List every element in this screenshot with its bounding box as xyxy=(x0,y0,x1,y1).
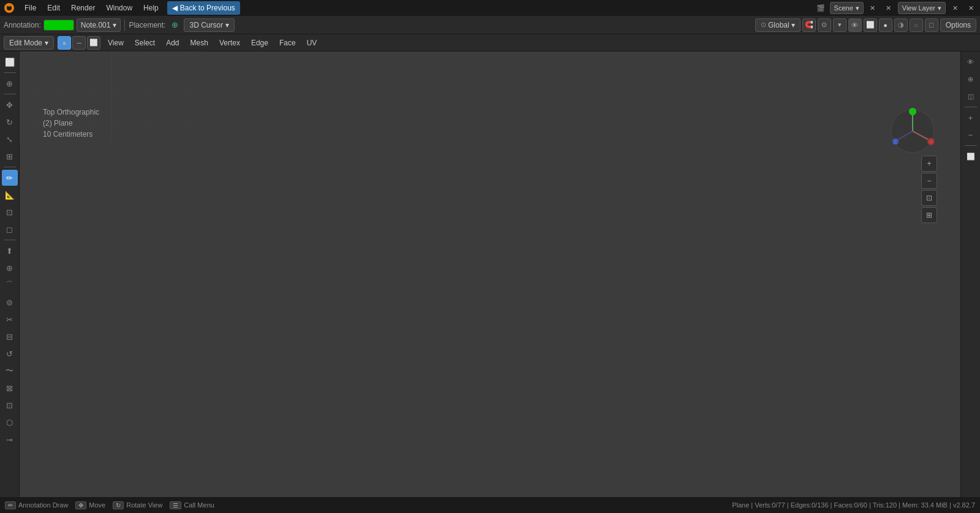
select-box-tool[interactable]: ⬜ xyxy=(2,54,18,70)
scale-tool[interactable]: ⤡ xyxy=(2,131,18,147)
svg-point-107 xyxy=(910,108,916,115)
menu-render[interactable]: Render xyxy=(66,1,100,15)
annotate-key: ✏ xyxy=(5,501,16,509)
viewport[interactable]: Top Orthographic (2) Plane 10 Centimeter… xyxy=(20,51,960,497)
tool-sep-1 xyxy=(4,72,16,73)
menu-uv[interactable]: UV xyxy=(303,36,321,50)
back-arrow-icon: ◀ xyxy=(172,4,178,12)
scene-selector[interactable]: Scene ▾ xyxy=(830,2,864,14)
move-label: Move xyxy=(89,501,105,509)
gizmo[interactable]: Y X Z xyxy=(888,107,937,156)
edge-slide-tool[interactable]: ⊠ xyxy=(2,380,18,396)
menu-mesh[interactable]: Mesh xyxy=(187,36,212,50)
menu-face[interactable]: Face xyxy=(276,36,300,50)
mesh-display-modes: ● ─ ⬜ xyxy=(58,36,100,50)
menu-help[interactable]: Help xyxy=(138,1,164,15)
move-tool[interactable]: ✥ xyxy=(2,97,18,113)
rotate-label: Rotate View xyxy=(126,501,162,509)
shading-rendered-btn[interactable]: ○ xyxy=(910,18,923,32)
scene-label: Scene xyxy=(834,4,853,12)
annotate-line-tool[interactable]: 📐 xyxy=(2,187,18,203)
sidebar-toggle-btn[interactable]: ◫ xyxy=(963,88,979,104)
annotate-erase-tool[interactable]: ◻ xyxy=(2,221,18,237)
scene-collections-btn[interactable]: ⬜ xyxy=(963,148,979,164)
zoom-in-btn[interactable]: + xyxy=(921,156,937,172)
view-layer-add-icon[interactable]: ✕ xyxy=(948,1,962,15)
cursor-tool[interactable]: ⊕ xyxy=(2,75,18,91)
callmenu-label: Call Menu xyxy=(184,501,214,509)
scene-icon: 🎬 xyxy=(814,1,827,15)
edit-mode-selector[interactable]: Edit Mode ▾ xyxy=(4,36,54,50)
shading-material-btn[interactable]: ◑ xyxy=(894,18,908,32)
status-info: Plane | Verts:0/77 | Edges:0/136 | Faces… xyxy=(732,501,975,509)
scene-add-icon[interactable]: ✕ xyxy=(866,1,880,15)
loopcut-tool[interactable]: ⊜ xyxy=(2,294,18,310)
face-select-btn[interactable]: ⬜ xyxy=(87,36,100,50)
edge-select-btn[interactable]: ─ xyxy=(72,36,86,50)
annotation-note-selector[interactable]: Note.001 ▾ xyxy=(77,18,121,32)
toggle-perspective-btn[interactable]: ⊞ xyxy=(921,207,937,223)
annotation-color-swatch[interactable] xyxy=(43,20,74,31)
transform-origin-label: Global xyxy=(768,21,790,29)
menu-view[interactable]: View xyxy=(104,36,127,50)
rip-region-tool[interactable]: ⊸ xyxy=(2,431,18,447)
proportional-edit-btn[interactable]: ⊙ xyxy=(818,18,831,32)
gizmo-toggle-btn[interactable]: ⊕ xyxy=(963,71,979,87)
annotate-label: Annotation Draw xyxy=(18,501,68,509)
back-to-previous-button[interactable]: ◀ Back to Previous xyxy=(167,1,240,15)
zoom-fit-btn[interactable]: ⊡ xyxy=(921,190,937,206)
poly-build-tool[interactable]: ⊟ xyxy=(2,329,18,344)
shading-wireframe-btn[interactable]: ◻ xyxy=(925,18,938,32)
transform-tool[interactable]: ⊞ xyxy=(2,148,18,164)
inset-tool[interactable]: ⊛ xyxy=(2,260,18,276)
spin-tool[interactable]: ↺ xyxy=(2,346,18,362)
edit-mode-label: Edit Mode xyxy=(9,39,42,47)
shear-tool[interactable]: ⬡ xyxy=(2,414,18,430)
extrude-tool[interactable]: ⬆ xyxy=(2,243,18,259)
options-button[interactable]: Options xyxy=(940,18,976,32)
transform-origin-dropdown: ▾ xyxy=(791,21,795,29)
bevel-tool[interactable]: ⌒ xyxy=(2,277,18,293)
proportional-type-btn[interactable]: ▾ xyxy=(833,18,846,32)
vertex-select-btn[interactable]: ● xyxy=(58,36,71,50)
view-layer-remove-icon[interactable]: ✕ xyxy=(964,1,978,15)
scene-remove-icon[interactable]: ✕ xyxy=(882,1,895,15)
show-overlay-btn[interactable]: 👁 xyxy=(848,18,862,32)
cursor-mode-label: 3D Cursor xyxy=(189,21,223,29)
right-toolbar: 👁 ⊕ ◫ + − ⬜ xyxy=(960,51,980,497)
view-zoom-out-btn[interactable]: − xyxy=(963,127,979,143)
menu-select[interactable]: Select xyxy=(131,36,159,50)
placement-icon: ⊕ xyxy=(168,18,181,32)
header-right: ⊙ Global ▾ 🧲 ⊙ ▾ 👁 ⬜ ● ◑ ○ ◻ Options xyxy=(755,18,976,32)
shrink-fatten-tool[interactable]: ⊡ xyxy=(2,397,18,413)
view-zoom-in-btn[interactable]: + xyxy=(963,110,979,126)
svg-point-108 xyxy=(928,139,934,145)
viewport-overlay-btn[interactable]: 👁 xyxy=(963,54,979,70)
shading-solid-btn[interactable]: ● xyxy=(879,18,892,32)
smooth-tool[interactable]: 〜 xyxy=(2,363,18,379)
annotate-tool[interactable]: ✏ xyxy=(2,170,18,186)
view-layer-selector[interactable]: View Layer ▾ xyxy=(898,2,946,14)
menu-window[interactable]: Window xyxy=(101,1,137,15)
cursor-mode-selector[interactable]: 3D Cursor ▾ xyxy=(184,18,235,32)
menu-edge[interactable]: Edge xyxy=(247,36,272,50)
menu-edit[interactable]: Edit xyxy=(42,1,65,15)
status-move: ✥ Move xyxy=(75,501,105,509)
menu-file[interactable]: File xyxy=(20,1,41,15)
cursor-dropdown-icon: ▾ xyxy=(225,21,229,29)
second-toolbar: Edit Mode ▾ ● ─ ⬜ View Select Add Mesh V… xyxy=(0,34,980,51)
zoom-out-btn[interactable]: − xyxy=(921,173,937,189)
status-callmenu: ☰ Call Menu xyxy=(170,501,214,509)
back-btn-label: Back to Previous xyxy=(180,4,235,12)
rotate-tool[interactable]: ↻ xyxy=(2,114,18,130)
header-toolbar: Annotation: Note.001 ▾ Placement: ⊕ 3D C… xyxy=(0,16,980,34)
snap-button[interactable]: 🧲 xyxy=(802,18,816,32)
menu-add[interactable]: Add xyxy=(162,36,183,50)
right-sep2 xyxy=(965,145,977,146)
move-key: ✥ xyxy=(75,501,86,509)
menu-vertex[interactable]: Vertex xyxy=(216,36,244,50)
knife-tool[interactable]: ✂ xyxy=(2,311,18,327)
annotate-poly-tool[interactable]: ⊡ xyxy=(2,204,18,220)
transform-origin-selector[interactable]: ⊙ Global ▾ xyxy=(755,18,801,32)
xray-btn[interactable]: ⬜ xyxy=(864,18,877,32)
